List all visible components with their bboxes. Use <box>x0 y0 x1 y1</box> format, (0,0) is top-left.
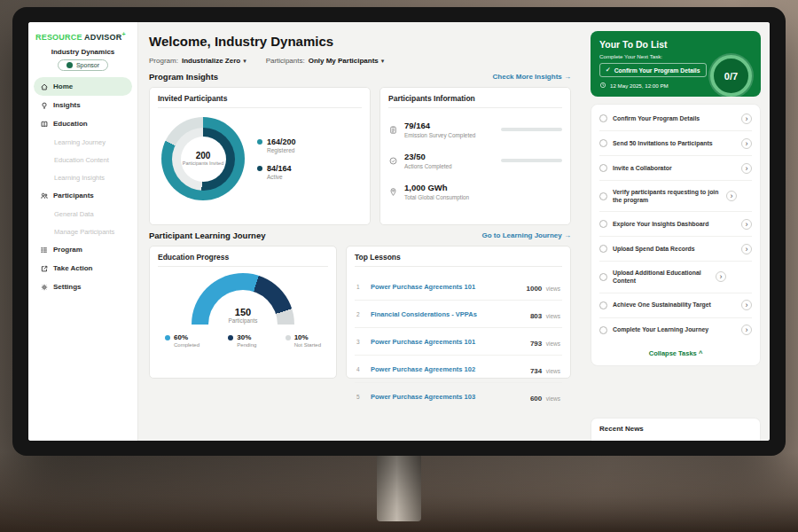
invited-donut-chart: 200 Participants Invited <box>161 117 245 200</box>
legend-dot <box>165 335 170 340</box>
task-checkbox[interactable] <box>599 301 607 309</box>
task-item[interactable]: Send 50 Invitations to Participants › <box>599 131 752 156</box>
page-title: Welcome, Industry Dynamics <box>149 34 571 49</box>
check-more-insights-link[interactable]: Check More Insights → <box>493 73 571 81</box>
sidebar-item-learning-journey[interactable]: Learning Journey <box>34 133 132 151</box>
task-checkbox[interactable] <box>599 245 607 253</box>
sidebar-item-manage-participants[interactable]: Manage Participants <box>34 223 132 240</box>
card-title: Invited Participants <box>158 94 362 108</box>
sidebar-item-take-action[interactable]: Take Action <box>34 259 132 278</box>
task-chevron-icon[interactable]: › <box>741 163 752 174</box>
sidebar-item-education-content[interactable]: Education Content <box>34 151 132 168</box>
main-content: Welcome, Industry Dynamics Program: Indu… <box>138 22 582 441</box>
task-checkbox[interactable] <box>599 164 607 172</box>
task-checkbox[interactable] <box>599 139 607 147</box>
legend-registered: 164/200 Registered <box>257 137 296 153</box>
section-title: Participant Learning Journey <box>149 231 265 240</box>
task-item[interactable]: Achieve One Sustainability Target › <box>599 293 752 318</box>
sidebar-item-settings[interactable]: Settings <box>34 278 132 296</box>
top-lessons-card: Top Lessons 1 Power Purchase Agreements … <box>346 246 571 379</box>
task-item[interactable]: Upload Spend Data Records › <box>599 237 752 262</box>
task-item[interactable]: Confirm Your Program Details › <box>599 106 752 131</box>
donut-legend: 164/200 Registered 84/164 Active <box>257 137 296 180</box>
collapse-tasks-button[interactable]: Collapse Tasks ^ <box>599 342 752 364</box>
program-dropdown[interactable]: Program: Industrialize Zero ▾ <box>149 57 246 65</box>
lesson-row: 5 Power Purchase Agreements 103 600 view… <box>355 383 562 410</box>
survey-icon <box>388 125 398 135</box>
todo-next-task[interactable]: ✓ Confirm Your Program Details <box>599 63 707 77</box>
task-checkbox[interactable] <box>599 220 607 228</box>
lesson-link[interactable]: Power Purchase Agreements 102 <box>371 365 523 373</box>
chevron-down-icon: ▾ <box>243 58 246 65</box>
education-gauge-chart: 150 Participants <box>192 273 294 325</box>
task-item[interactable]: Explore Your Insights Dashboard › <box>599 212 752 237</box>
actions-icon <box>388 156 398 166</box>
go-to-learning-journey-link[interactable]: Go to Learning Journey → <box>482 231 571 239</box>
sponsor-label: Sponsor <box>76 62 99 68</box>
task-chevron-icon[interactable]: › <box>741 113 752 124</box>
lesson-link[interactable]: Power Purchase Agreements 103 <box>371 393 523 401</box>
program-insights-section-header: Program Insights Check More Insights → <box>149 72 571 82</box>
legend-dot <box>257 166 262 171</box>
learning-journey-section-header: Participant Learning Journey Go to Learn… <box>149 231 571 240</box>
card-title: Education Progress <box>158 253 328 267</box>
task-item[interactable]: Invite a Collaborator › <box>599 156 752 181</box>
arrow-right-icon: → <box>564 231 571 239</box>
task-list-card: Confirm Your Program Details › Send 50 I… <box>591 104 761 366</box>
task-checkbox[interactable] <box>599 273 607 281</box>
section-title: Program Insights <box>149 72 218 82</box>
stat-global-consumption: 1,000 GWh Total Global Consumption <box>388 176 562 207</box>
task-chevron-icon[interactable]: › <box>741 219 752 230</box>
donut-center-label: Participants Invited <box>183 160 223 167</box>
sidebar-item-learning-insights[interactable]: Learning Insights <box>34 168 132 186</box>
card-title: Participants Information <box>388 94 562 108</box>
recent-news-header[interactable]: Recent News <box>591 418 761 441</box>
education-icon <box>40 120 49 129</box>
sponsor-icon <box>66 62 73 68</box>
sidebar-item-home[interactable]: Home <box>34 77 132 96</box>
task-chevron-icon[interactable]: › <box>726 191 737 201</box>
sidebar-item-general-data[interactable]: General Data <box>34 205 132 223</box>
task-checkbox[interactable] <box>599 114 607 122</box>
legend-pending: 30% Pending <box>228 333 256 348</box>
task-item[interactable]: Upload Additional Educational Content › <box>599 262 752 293</box>
lesson-link[interactable]: Power Purchase Agreements 101 <box>371 283 519 291</box>
sidebar-item-program[interactable]: Program <box>34 240 132 259</box>
task-checkbox[interactable] <box>599 326 607 334</box>
sidebar-item-participants[interactable]: Participants <box>34 186 132 205</box>
legend-dot <box>286 335 291 340</box>
legend-completed: 60% Completed <box>165 333 200 348</box>
lesson-row: 4 Power Purchase Agreements 102 734 view… <box>355 356 562 383</box>
lesson-row: 2 Financial Considerations - VPPAs 803 v… <box>355 301 562 328</box>
education-progress-card: Education Progress 150 Participants 60% <box>149 246 337 379</box>
lesson-link[interactable]: Power Purchase Agreements 101 <box>371 338 523 346</box>
lesson-link[interactable]: Financial Considerations - VPPAs <box>371 310 523 318</box>
settings-icon <box>40 283 49 292</box>
task-chevron-icon[interactable]: › <box>741 300 752 310</box>
progress-bar <box>501 159 562 162</box>
check-icon: ✓ <box>606 66 611 74</box>
chevron-down-icon: ▾ <box>381 58 385 65</box>
participants-dropdown[interactable]: Participants: Only My Participants ▾ <box>266 57 385 65</box>
sponsor-badge[interactable]: Sponsor <box>58 59 108 71</box>
task-chevron-icon[interactable]: › <box>741 244 752 254</box>
sidebar-item-insights[interactable]: Insights <box>34 96 132 114</box>
todo-title: Your To Do List <box>599 39 752 50</box>
task-item[interactable]: Verify participants requesting to join t… <box>599 181 752 212</box>
task-chevron-icon[interactable]: › <box>741 138 752 149</box>
task-chevron-icon[interactable]: › <box>716 271 726 282</box>
dashboard-screen: RESOURCE ADVISOR+ Industry Dynamics Spon… <box>28 22 770 441</box>
stat-actions-completed: 23/50 Actions Completed <box>388 145 562 176</box>
take-action-icon <box>40 264 49 273</box>
program-icon <box>40 246 49 254</box>
home-icon <box>40 82 49 91</box>
sidebar-item-education[interactable]: Education <box>34 114 132 133</box>
location-pin-icon <box>388 187 398 197</box>
donut-center-value: 200 <box>196 151 211 160</box>
task-checkbox[interactable] <box>599 192 607 200</box>
task-chevron-icon[interactable]: › <box>741 325 752 335</box>
invited-participants-card: Invited Participants 200 Participants In… <box>149 87 371 225</box>
participants-information-card: Participants Information 79/164 Emission… <box>379 87 571 225</box>
task-item[interactable]: Complete Your Learning Journey › <box>599 318 752 342</box>
app-logo[interactable]: RESOURCE ADVISOR+ <box>34 29 132 47</box>
